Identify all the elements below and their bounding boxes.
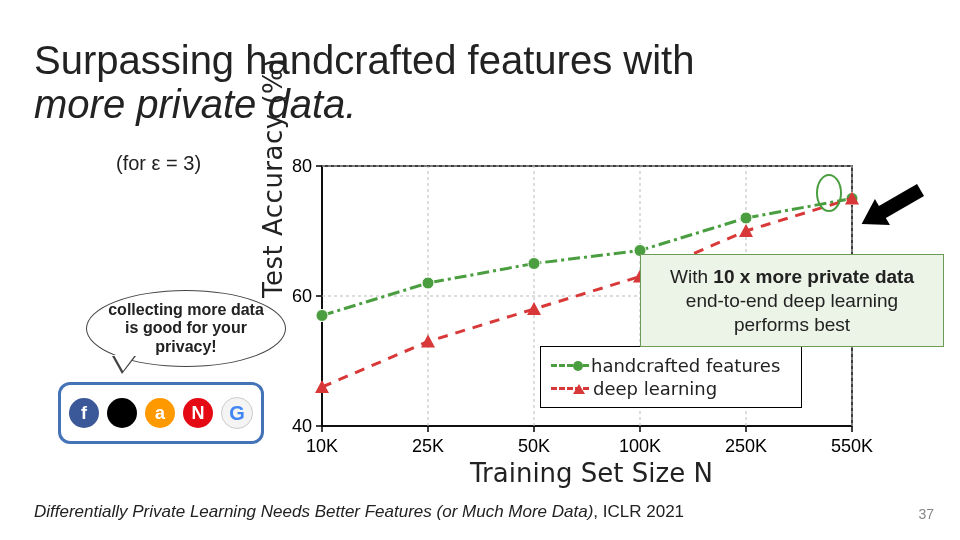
svg-point-30 bbox=[528, 258, 540, 270]
svg-text:25K: 25K bbox=[412, 436, 444, 456]
company-logos: f a N G bbox=[58, 382, 264, 444]
legend-row-dl: deep learning bbox=[551, 378, 791, 399]
svg-point-32 bbox=[740, 212, 752, 224]
apple-icon bbox=[107, 398, 137, 428]
netflix-icon: N bbox=[183, 398, 213, 428]
convergence-mark-icon bbox=[816, 174, 842, 212]
legend-label-hc: handcrafted features bbox=[591, 355, 780, 376]
x-axis-label: Training Set Size N bbox=[470, 458, 713, 488]
speech-bubble: collecting more data is good for your pr… bbox=[72, 290, 272, 368]
svg-point-28 bbox=[316, 310, 328, 322]
svg-text:50K: 50K bbox=[518, 436, 550, 456]
legend-label-dl: deep learning bbox=[593, 378, 717, 399]
citation: Differentially Private Learning Needs Be… bbox=[34, 502, 684, 522]
amazon-icon: a bbox=[145, 398, 175, 428]
annotation-box: With 10 x more private data end-to-end d… bbox=[640, 254, 944, 347]
google-icon: G bbox=[221, 397, 253, 429]
svg-text:60: 60 bbox=[292, 286, 312, 306]
svg-text:250K: 250K bbox=[725, 436, 767, 456]
bubble-tail-icon bbox=[112, 356, 136, 374]
svg-text:10K: 10K bbox=[306, 436, 338, 456]
svg-text:550K: 550K bbox=[831, 436, 873, 456]
triangle-icon bbox=[573, 384, 585, 394]
title-line2: more private data. bbox=[34, 82, 356, 126]
svg-text:100K: 100K bbox=[619, 436, 661, 456]
page-title: Surpassing handcrafted features with mor… bbox=[34, 38, 694, 126]
line-icon bbox=[551, 364, 589, 367]
title-line1: Surpassing handcrafted features with bbox=[34, 38, 694, 82]
svg-text:80: 80 bbox=[292, 156, 312, 176]
facebook-icon: f bbox=[69, 398, 99, 428]
svg-point-29 bbox=[422, 277, 434, 289]
legend-row-hc: handcrafted features bbox=[551, 355, 791, 376]
svg-text:40: 40 bbox=[292, 416, 312, 436]
page-number: 37 bbox=[918, 506, 934, 522]
chart-legend: handcrafted features deep learning bbox=[540, 346, 802, 408]
circle-icon bbox=[573, 361, 583, 371]
epsilon-note: (for ε = 3) bbox=[116, 152, 201, 175]
